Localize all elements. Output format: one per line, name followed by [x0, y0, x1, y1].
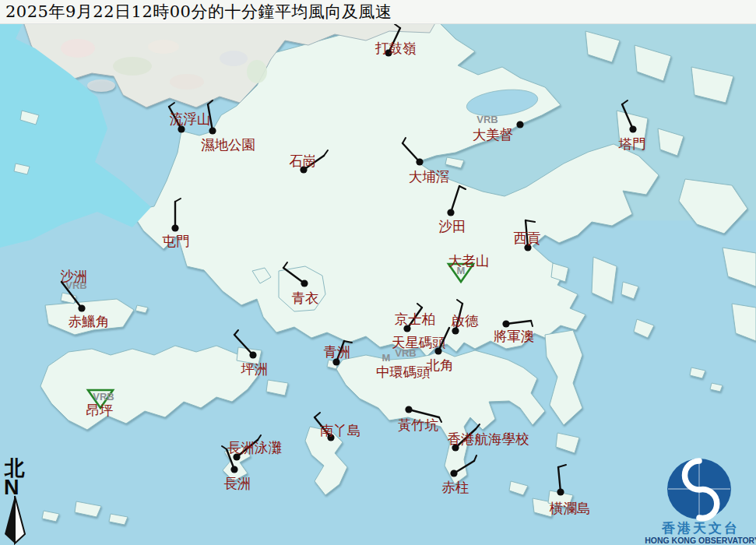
station-dot	[249, 351, 256, 358]
station-label: 北角	[427, 357, 454, 373]
hko-logo-english: HONG KONG OBSERVATORY	[645, 536, 756, 545]
station-dot	[78, 304, 85, 311]
wind-status-vrb: VRB	[476, 114, 498, 125]
urban-patch	[170, 74, 204, 90]
station-dot	[557, 488, 564, 495]
urban-patch	[113, 57, 152, 76]
station-ngong-ping: VRB昂坪	[86, 390, 114, 418]
station-label: 大老山	[448, 253, 490, 269]
compass-north-letter: N	[4, 476, 19, 499]
station-label: 南丫島	[320, 423, 361, 438]
station-label: 沙田	[439, 219, 466, 234]
station-label: 昂坪	[86, 403, 114, 418]
wind-map-screen: 打鼓嶺流浮山濕地公園石崗VRB大美督塔門大埔滘沙田西貢屯門VRB沙洲赤鱲角青衣M…	[0, 0, 756, 545]
station-dot	[450, 469, 457, 476]
station-dot	[447, 209, 454, 216]
station-label: 長洲泳灘	[227, 440, 282, 455]
station-label: 沙洲	[61, 269, 88, 284]
station-dot	[416, 158, 423, 165]
station-label: 坪洲	[241, 361, 269, 377]
station-dot	[405, 406, 412, 413]
station-label: 大埔滘	[409, 169, 450, 185]
station-label: 石崗	[290, 153, 317, 169]
station-label: 濕地公園	[201, 137, 255, 153]
urban-patch	[87, 79, 115, 92]
station-label: 青洲	[324, 344, 351, 360]
station-label: 長洲	[224, 476, 251, 491]
station-dot	[171, 224, 178, 231]
station-label: 橫瀾島	[550, 501, 591, 516]
station-label: 流浮山	[170, 111, 211, 127]
station-label: 中環碼頭	[376, 364, 431, 380]
hko-logo-chinese: 香港天文台	[661, 520, 740, 536]
station-dot	[209, 127, 216, 134]
station-label: 大美督	[473, 127, 514, 142]
station-dot	[629, 125, 636, 132]
station-label: 西貢	[514, 230, 541, 246]
urban-patch	[148, 40, 179, 54]
station-label: 將軍澳	[494, 329, 535, 344]
station-label: 黃竹坑	[398, 417, 439, 433]
urban-patch	[247, 60, 267, 83]
map-title: 2025年9月22日12時00分的十分鐘平均風向及風速	[0, 1, 392, 23]
station-label: 打鼓嶺	[375, 40, 417, 56]
station-label: 京士柏	[395, 311, 436, 327]
wind-status-m: M	[382, 352, 391, 364]
station-label: 青衣	[292, 290, 319, 306]
title-bar: 2025年9月22日12時00分的十分鐘平均風向及風速	[0, 0, 756, 24]
wind-status-vrb: VRB	[93, 391, 114, 403]
station-label: 赤鱲角	[69, 314, 110, 329]
station-label: 塔門	[618, 136, 646, 152]
station-dot	[516, 121, 523, 128]
urban-patch	[220, 51, 248, 66]
station-dot	[502, 320, 509, 327]
station-label: 香港航海學校	[448, 431, 529, 447]
hong-kong-map: 打鼓嶺流浮山濕地公園石崗VRB大美督塔門大埔滘沙田西貢屯門VRB沙洲赤鱲角青衣M…	[0, 0, 756, 545]
urban-patch	[61, 39, 95, 58]
station-dot	[301, 280, 308, 287]
station-label: 赤柱	[442, 480, 469, 495]
station-dot	[230, 466, 237, 473]
station-label: 啟德	[452, 313, 480, 329]
station-dot	[434, 347, 441, 354]
station-label: 屯門	[163, 234, 190, 249]
